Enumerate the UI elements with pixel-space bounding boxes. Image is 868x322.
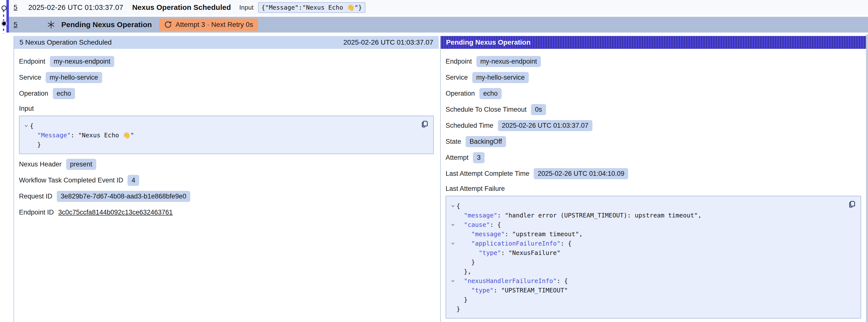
right-panel-fields: Endpointmy-nexus-endpointServicemy-hello…	[441, 49, 866, 322]
json-code-line: }	[23, 140, 418, 149]
event-timestamp: 2025-02-26 UTC 01:03:37.07	[28, 3, 123, 11]
collapse-chevron-icon[interactable]	[449, 223, 457, 227]
json-code-line: "message": "handler error (UPSTREAM_TIME…	[449, 211, 846, 220]
field-service: Servicemy-hello-service	[445, 71, 861, 83]
json-code-line: {	[23, 121, 418, 130]
json-code-line: "applicationFailureInfo": {	[449, 239, 846, 248]
panel-nexus-operation-scheduled: 5 Nexus Operation Scheduled 2025-02-26 U…	[13, 36, 439, 322]
timeline-open-circle-marker	[1, 5, 7, 10]
active-event-indicator-bar	[6, 0, 9, 33]
field-label: Attempt	[445, 154, 469, 161]
field-value-badge: my-nexus-endpoint	[50, 56, 115, 67]
pending-event-id-link[interactable]: 5	[13, 21, 18, 29]
field-label: Schedule To Close Timeout	[445, 106, 527, 114]
retry-icon	[164, 21, 172, 29]
field-scheduled-time: Scheduled Time2025-02-26 UTC 01:03:37.07	[445, 120, 861, 131]
collapse-chevron-icon[interactable]	[449, 204, 457, 208]
field-operation: Operationecho	[445, 88, 861, 99]
field-operation: Operationecho	[19, 88, 434, 99]
field-endpoint-id: Endpoint ID3c0c75ccfa8144b092c13ce632463…	[19, 206, 434, 218]
field-label: Last Attempt Failure	[445, 185, 505, 193]
field-value-badge: BackingOff	[466, 136, 506, 147]
field-value-badge: 0s	[531, 104, 546, 115]
json-code-block-input-json: { "Message": "Nexus Echo 👋" }	[19, 116, 434, 154]
field-label: Request ID	[19, 193, 52, 200]
field-input: Input	[19, 104, 434, 113]
field-label: Operation	[19, 90, 49, 97]
right-panel-header: Pending Nexus Operation	[441, 36, 866, 49]
json-code-line: }	[449, 257, 846, 267]
field-label: Endpoint	[19, 58, 45, 65]
event-input-preview-badge: {"Message":"Nexus Echo 👋"}	[258, 2, 365, 13]
collapse-chevron-icon[interactable]	[23, 124, 30, 128]
field-label: Scheduled Time	[445, 122, 493, 129]
field-workflow-task-completed-event-id: Workflow Task Completed Event ID4	[19, 174, 434, 186]
json-code-line: "message": "upstream timeout",	[449, 229, 846, 239]
json-code-line: "cause": {	[449, 220, 846, 229]
event-history-detail-view: 5 2025-02-26 UTC 01:03:37.07 Nexus Opera…	[0, 0, 868, 322]
json-code-line: "Message": "Nexus Echo 👋"	[23, 130, 418, 140]
json-code-line: }	[449, 304, 846, 314]
field-value-badge: 2025-02-26 UTC 01:04:10.09	[534, 168, 628, 179]
field-label: Service	[19, 74, 41, 82]
timeline-filled-circle-marker	[2, 22, 6, 25]
left-panel-title: 5 Nexus Operation Scheduled	[20, 38, 112, 46]
field-value-badge: my-hello-service	[45, 72, 102, 83]
pending-asterisk-icon	[46, 20, 56, 29]
json-code-line: },	[449, 267, 846, 276]
event-id-link[interactable]: 5	[13, 3, 18, 11]
event-input-label: Input	[239, 4, 254, 11]
field-label: Endpoint	[445, 58, 472, 65]
retry-attempt-badge: Attempt 3 · Next Retry 0s	[159, 19, 258, 31]
field-value-badge: 3e829b7e-7d67-4b08-aad3-b1e868bfe9e0	[57, 191, 190, 202]
field-schedule-to-close-timeout: Schedule To Close Timeout0s	[445, 103, 861, 116]
vertical-scrollbar[interactable]	[866, 34, 868, 322]
pending-nexus-operation-row[interactable]: 5 Pending Nexus Operation Attempt 3 · Ne…	[9, 17, 868, 33]
left-panel-fields: Endpointmy-nexus-endpointServicemy-hello…	[14, 49, 439, 218]
field-value-badge: 4	[128, 175, 139, 186]
pending-event-title: Pending Nexus Operation	[61, 21, 152, 29]
left-panel-header: 5 Nexus Operation Scheduled 2025-02-26 U…	[14, 36, 439, 49]
field-value-badge: 3	[473, 152, 485, 163]
field-request-id: Request ID3e829b7e-7d67-4b08-aad3-b1e868…	[19, 190, 434, 202]
json-code-line: "type": "NexusFailure"	[449, 248, 846, 257]
field-label: State	[445, 138, 461, 146]
json-code-block-failure-json: { "message": "handler error (UPSTREAM_TI…	[445, 196, 861, 319]
field-value-badge: echo	[53, 88, 75, 99]
retry-badge-text: Attempt 3 · Next Retry 0s	[176, 21, 253, 29]
field-value-link[interactable]: 3c0c75ccfa8144b092c13ce632463761	[58, 208, 173, 216]
field-value-badge: my-nexus-endpoint	[476, 56, 541, 67]
field-attempt: Attempt3	[445, 152, 861, 163]
field-value-badge: echo	[479, 88, 502, 99]
field-value-badge: 2025-02-26 UTC 01:03:37.07	[498, 120, 592, 131]
field-label: Input	[19, 105, 34, 112]
field-label: Workflow Task Completed Event ID	[19, 176, 123, 184]
collapse-chevron-icon[interactable]	[449, 242, 457, 246]
json-code-line: "nexusHandlerFailureInfo": {	[449, 276, 846, 286]
right-panel-title: Pending Nexus Operation	[446, 38, 530, 46]
field-last-attempt-failure: Last Attempt Failure	[445, 185, 861, 193]
collapse-chevron-icon[interactable]	[449, 279, 457, 283]
field-nexus-header: Nexus Headerpresent	[19, 158, 434, 170]
event-row-nexus-operation-scheduled[interactable]: 5 2025-02-26 UTC 01:03:37.07 Nexus Opera…	[9, 0, 868, 15]
json-code-line: }	[449, 295, 846, 304]
field-label: Last Attempt Complete Time	[445, 170, 529, 178]
copy-icon[interactable]	[421, 120, 429, 128]
json-code-line: "type": "UPSTREAM_TIMEOUT"	[449, 286, 846, 295]
field-label: Nexus Header	[19, 161, 62, 168]
field-value-badge: my-hello-service	[472, 72, 529, 83]
field-last-attempt-complete-time: Last Attempt Complete Time2025-02-26 UTC…	[445, 168, 861, 180]
field-value-badge: present	[66, 159, 96, 170]
field-service: Servicemy-hello-service	[19, 71, 434, 83]
field-endpoint: Endpointmy-nexus-endpoint	[445, 56, 861, 67]
field-label: Endpoint ID	[19, 208, 54, 216]
event-title: Nexus Operation Scheduled	[132, 3, 231, 11]
field-label: Operation	[445, 90, 475, 97]
panel-pending-nexus-operation: Pending Nexus Operation Endpointmy-nexus…	[440, 36, 866, 322]
copy-icon[interactable]	[848, 200, 857, 208]
field-state: StateBackingOff	[445, 136, 861, 148]
left-panel-timestamp: 2025-02-26 UTC 01:03:37.07	[343, 38, 433, 46]
field-endpoint: Endpointmy-nexus-endpoint	[19, 56, 434, 67]
json-code-line: {	[449, 201, 846, 211]
field-label: Service	[445, 74, 468, 82]
